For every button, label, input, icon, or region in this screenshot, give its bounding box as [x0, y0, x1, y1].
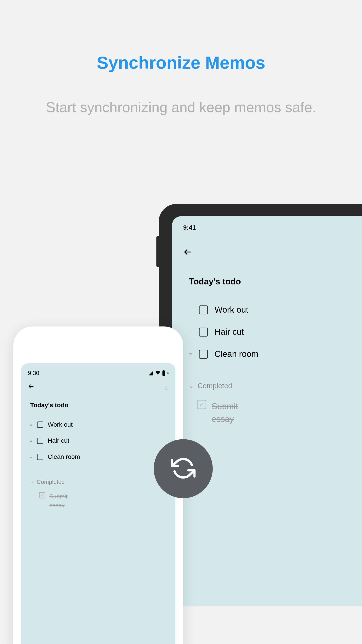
back-button[interactable]	[28, 382, 34, 392]
todo-text: Work out	[215, 305, 248, 314]
todo-text: Hair cut	[215, 327, 244, 337]
drag-handle-icon[interactable]: ≡	[189, 308, 192, 312]
page-subtitle: Start synchronizing and keep memos safe.	[0, 73, 362, 118]
completed-item[interactable]: ✓ Submit essay	[183, 390, 362, 426]
page-title: Synchronize Memos	[0, 0, 362, 73]
phone-screen: 9:30 ⋮ Today's todo ≡ Work out	[21, 363, 175, 644]
divider	[28, 472, 169, 472]
todo-item[interactable]: ≡ Clean room	[28, 449, 169, 465]
drag-handle-icon[interactable]: ≡	[30, 423, 33, 426]
checkbox-checked[interactable]: ✓	[39, 492, 45, 498]
drag-handle-icon[interactable]: ≡	[189, 330, 192, 334]
phone-memo-title: Today's todo	[28, 402, 169, 409]
chevron-down-icon: ⌄	[30, 480, 33, 484]
status-dot-icon	[167, 372, 169, 374]
tablet-todo-list: ≡ Work out ≡ Hair cut ≡ Clean room	[183, 299, 362, 365]
checkbox[interactable]	[199, 328, 208, 336]
completed-item[interactable]: ✓ Submit essay	[28, 486, 169, 510]
drag-handle-icon[interactable]: ≡	[30, 439, 33, 442]
completed-text: Submit essay	[49, 492, 76, 510]
todo-text: Clean room	[215, 349, 258, 359]
tablet-screen: 9:41 Today's todo ≡ Work out ≡ Hair cut …	[172, 216, 362, 606]
tablet-memo-title: Today's todo	[183, 277, 362, 286]
battery-icon	[162, 371, 165, 376]
signal-icon	[149, 371, 153, 376]
checkbox[interactable]	[199, 350, 208, 359]
todo-item[interactable]: ≡ Hair cut	[183, 321, 362, 343]
todo-item[interactable]: ≡ Work out	[28, 416, 169, 433]
completed-section-header[interactable]: ⌄ Completed	[183, 373, 362, 390]
sync-button[interactable]	[154, 439, 213, 498]
chevron-down-icon: ⌄	[189, 383, 194, 389]
drag-handle-icon[interactable]: ≡	[189, 352, 192, 356]
more-options-icon[interactable]: ⋮	[163, 383, 169, 391]
phone-todo-list: ≡ Work out ≡ Hair cut ≡ Clean room	[28, 416, 169, 465]
wifi-icon	[155, 370, 161, 376]
phone-status-icons	[149, 370, 169, 376]
completed-text: Submit essay	[212, 400, 247, 426]
checkbox-checked[interactable]: ✓	[197, 400, 206, 409]
phone-status-bar: 9:30	[28, 370, 169, 376]
todo-item[interactable]: ≡ Clean room	[183, 343, 362, 365]
completed-label: Completed	[198, 382, 232, 390]
checkbox[interactable]	[37, 454, 43, 460]
checkbox[interactable]	[199, 306, 208, 314]
phone-status-time: 9:30	[28, 370, 39, 376]
divider	[183, 373, 362, 373]
todo-item[interactable]: ≡ Hair cut	[28, 433, 169, 449]
checkbox[interactable]	[37, 422, 43, 428]
sync-icon	[171, 456, 196, 482]
tablet-device-frame: 9:41 Today's todo ≡ Work out ≡ Hair cut …	[159, 204, 362, 606]
completed-label: Completed	[37, 478, 65, 486]
back-button[interactable]	[183, 247, 362, 259]
completed-section-header[interactable]: ⌄ Completed ⚙	[28, 472, 169, 486]
todo-text: Hair cut	[48, 437, 69, 444]
checkbox[interactable]	[37, 438, 43, 444]
phone-header: ⋮	[28, 382, 169, 392]
todo-item[interactable]: ≡ Work out	[183, 299, 362, 321]
todo-text: Clean room	[48, 453, 80, 460]
drag-handle-icon[interactable]: ≡	[30, 455, 33, 458]
phone-device-frame: 9:30 ⋮ Today's todo ≡ Work out	[13, 326, 183, 644]
todo-text: Work out	[48, 421, 73, 428]
tablet-status-time: 9:41	[183, 224, 362, 231]
